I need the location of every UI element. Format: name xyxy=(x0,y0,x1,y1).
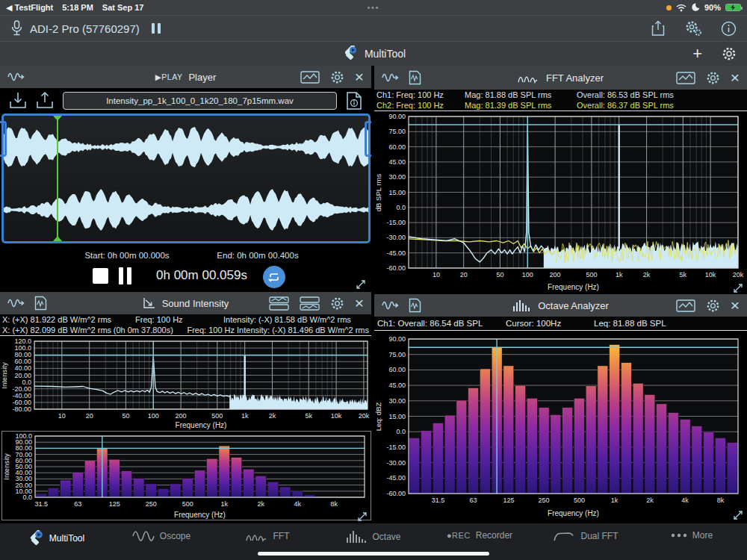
selection-start-time: Start: 0h 00m 00.000s xyxy=(60,251,194,260)
player-close-icon[interactable]: × xyxy=(355,69,364,84)
fft-readout: Ch1: Freq: 100 Hz Mag: 81.88 dB SPL rms … xyxy=(374,90,747,111)
octave-resize-handle[interactable] xyxy=(732,509,744,521)
playhead-bottom-handle[interactable] xyxy=(53,236,62,241)
sound-intensity-resize-handle[interactable] xyxy=(356,511,368,523)
sound-intensity-bar-chart[interactable]: 100.090.0080.0070.0060.0050.0040.0030.00… xyxy=(2,432,371,520)
fft-ch2-mag: Mag: 81.39 dB SPL rms xyxy=(465,101,577,110)
octave-cursor: Cursor: 100Hz xyxy=(506,319,594,328)
tab-multitool[interactable]: MultiTool xyxy=(2,530,108,547)
chart-view-toggle-icon[interactable] xyxy=(676,72,695,84)
info-icon[interactable] xyxy=(721,21,737,37)
import-file-icon[interactable] xyxy=(9,91,27,111)
svg-text:10k: 10k xyxy=(331,412,342,420)
loaded-file-name[interactable]: Intensity_pp_1k_100_0_1k20_180_7p15mm.wa… xyxy=(63,92,337,110)
selection-right-handle[interactable] xyxy=(365,121,371,157)
snapshot-document-icon[interactable] xyxy=(409,70,421,85)
top-chart-layout-icon[interactable] xyxy=(269,296,289,311)
svg-text:dB SPL rms: dB SPL rms xyxy=(374,174,382,212)
svg-text:Frequency (Hz): Frequency (Hz) xyxy=(548,509,599,517)
share-icon[interactable] xyxy=(651,20,666,37)
svg-text:500: 500 xyxy=(586,271,597,279)
bottom-chart-layout-icon[interactable] xyxy=(300,296,320,311)
snapshot-document-icon[interactable] xyxy=(34,296,47,311)
octave-close-icon[interactable]: × xyxy=(731,297,740,313)
fft-plot[interactable]: 90.0075.0060.0045.0030.0015.000.0-15.00-… xyxy=(374,111,747,292)
svg-text:-45.00: -45.00 xyxy=(386,249,406,257)
playhead-top-handle[interactable] xyxy=(53,116,62,121)
svg-text:31.5: 31.5 xyxy=(34,500,48,508)
multitool-settings-gear-icon[interactable] xyxy=(722,46,737,61)
svg-text:Intensity: Intensity xyxy=(0,362,8,389)
svg-text:4k: 4k xyxy=(681,497,689,504)
svg-text:1k: 1k xyxy=(241,412,249,420)
svg-text:0.0: 0.0 xyxy=(396,428,406,435)
svg-text:90.00: 90.00 xyxy=(388,335,406,343)
fft-ch1-mag: Mag: 81.88 dB SPL rms xyxy=(465,90,577,99)
svg-text:1k: 1k xyxy=(611,497,619,504)
waveform-display[interactable] xyxy=(1,113,371,243)
svg-text:500: 500 xyxy=(182,500,193,508)
loop-button[interactable] xyxy=(263,266,285,288)
octave-overall: Ch1: Overall: 86.54 dB SPL xyxy=(377,319,506,328)
fft-settings-gear-icon[interactable] xyxy=(706,71,720,85)
add-tool-button[interactable]: + xyxy=(692,46,702,62)
tab-recorder[interactable]: ●REC Recorder xyxy=(427,530,533,541)
intensity-axis-icon xyxy=(143,297,156,309)
sound-intensity-line-chart[interactable]: 120.0100.080.0060.0040.0020.000.0-20.00-… xyxy=(0,337,372,430)
do-not-disturb-moon-icon xyxy=(691,3,700,12)
svg-text:1k: 1k xyxy=(616,271,623,279)
pause-button[interactable] xyxy=(119,267,131,284)
playback-time: 0h 00m 00.059s xyxy=(138,268,265,283)
signal-route-icon[interactable] xyxy=(382,72,400,84)
signal-route-icon[interactable] xyxy=(7,71,25,83)
status-dots: ••• xyxy=(0,4,747,12)
sound-intensity-close-icon[interactable]: × xyxy=(355,295,364,311)
waveform-graphic xyxy=(4,116,368,241)
tab-oscope[interactable]: Oscope xyxy=(108,530,214,542)
playhead-cursor[interactable] xyxy=(57,116,58,241)
signal-route-icon[interactable] xyxy=(382,299,400,311)
status-bar: ••• ◀ TestFlight 5:18 PM Sat Sep 17 90% xyxy=(0,0,747,15)
chart-view-toggle-icon[interactable] xyxy=(676,299,695,312)
wifi-icon xyxy=(676,4,686,12)
fft-resize-handle[interactable] xyxy=(732,282,744,294)
export-file-icon[interactable] xyxy=(36,91,54,111)
selection-left-handle[interactable] xyxy=(0,121,7,157)
stream-pause-button[interactable] xyxy=(152,23,161,34)
octave-settings-gear-icon[interactable] xyxy=(706,299,720,313)
svg-text:0.0: 0.0 xyxy=(22,494,32,501)
svg-text:63: 63 xyxy=(470,497,477,504)
octave-plot[interactable]: 90.0075.0060.0045.0030.0015.000.0-15.00-… xyxy=(374,332,747,518)
fft-close-icon[interactable]: × xyxy=(731,69,740,85)
tab-dual-fft[interactable]: Dual FFT xyxy=(533,530,639,542)
settings-gears-icon[interactable] xyxy=(684,20,703,37)
player-settings-gear-icon[interactable] xyxy=(330,70,344,84)
svg-text:60.00: 60.00 xyxy=(388,366,406,373)
chart-view-toggle-icon[interactable] xyxy=(300,71,320,84)
home-indicator[interactable] xyxy=(258,552,489,556)
svg-text:Frequency (Hz): Frequency (Hz) xyxy=(176,421,227,429)
octave-tab-icon xyxy=(346,530,367,543)
player-resize-handle[interactable] xyxy=(355,279,367,290)
player-file-bar: Intensity_pp_1k_100_0_1k20_180_7p15mm.wa… xyxy=(0,88,371,113)
tab-fft[interactable]: FFT xyxy=(214,530,320,542)
signal-route-icon[interactable] xyxy=(7,297,25,309)
tab-octave[interactable]: Octave xyxy=(320,530,427,543)
svg-text:60.00: 60.00 xyxy=(388,143,406,151)
svg-text:0.0: 0.0 xyxy=(396,204,406,211)
sound-intensity-header: Sound Intensity xyxy=(0,292,371,314)
file-info-icon[interactable] xyxy=(346,91,362,111)
svg-text:250: 250 xyxy=(146,500,157,508)
snapshot-document-icon[interactable] xyxy=(409,298,421,313)
svg-text:20k: 20k xyxy=(359,412,370,420)
svg-text:-30.00: -30.00 xyxy=(386,459,406,467)
stop-button[interactable] xyxy=(93,268,108,284)
fft-tab-icon xyxy=(246,530,268,542)
svg-text:1k: 1k xyxy=(220,500,228,508)
tab-more[interactable]: More xyxy=(639,530,745,541)
sound-intensity-settings-gear-icon[interactable] xyxy=(330,296,344,311)
battery-percentage: 90% xyxy=(704,3,721,12)
app-bar: ADI-2 Pro (57760297) xyxy=(0,15,747,41)
multitool-bar: MultiTool + xyxy=(0,41,747,66)
svg-text:500: 500 xyxy=(211,412,223,420)
